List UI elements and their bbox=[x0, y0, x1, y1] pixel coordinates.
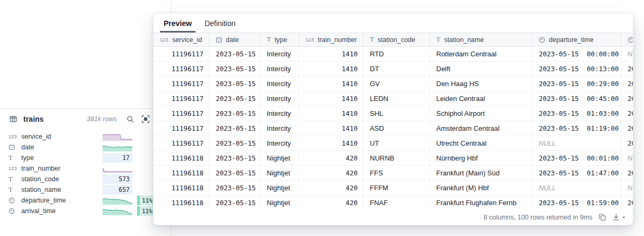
cell-type[interactable]: Nightjet bbox=[260, 151, 299, 165]
cell-date[interactable]: 2023-05-15 bbox=[209, 136, 260, 150]
cell-arrival_time[interactable]: 2023-05-15 bbox=[621, 62, 633, 76]
cell-date[interactable]: 2023-05-15 bbox=[209, 77, 260, 91]
cell-train_number[interactable]: 1410 bbox=[299, 62, 363, 76]
field-row-departure_time[interactable]: departure_time11% bbox=[0, 195, 171, 206]
column-header-type[interactable]: Ttype bbox=[260, 33, 299, 46]
cell-date[interactable]: 2023-05-15 bbox=[209, 91, 260, 106]
cell-type[interactable]: Intercity bbox=[260, 136, 299, 150]
cell-arrival_time[interactable]: 2023-05-15 bbox=[621, 136, 633, 150]
column-header-date[interactable]: 17date bbox=[209, 33, 260, 46]
cell-arrival_time[interactable]: NULL bbox=[621, 47, 633, 61]
cell-station_name[interactable]: Schiphol Airport bbox=[430, 106, 532, 121]
cell-departure_time[interactable]: 2023-05-15 00:01:00 bbox=[532, 151, 621, 165]
cell-service_id[interactable]: 11196117 bbox=[154, 77, 209, 91]
cell-service_id[interactable]: 11196117 bbox=[154, 62, 209, 76]
cell-train_number[interactable]: 420 bbox=[299, 151, 363, 165]
tab-definition[interactable]: Definition bbox=[201, 19, 239, 32]
cell-date[interactable]: 2023-05-15 bbox=[209, 196, 260, 210]
search-icon[interactable] bbox=[125, 114, 135, 124]
cell-station_name[interactable]: Den Haag HS bbox=[430, 77, 532, 91]
cell-type[interactable]: Nightjet bbox=[260, 196, 299, 210]
cell-station_code[interactable]: UT bbox=[363, 136, 430, 150]
cell-service_id[interactable]: 11196117 bbox=[154, 121, 209, 136]
cell-departure_time[interactable]: 2023-05-15 00:13:00 bbox=[532, 62, 621, 76]
field-row-type[interactable]: Ttype17 bbox=[0, 153, 171, 163]
field-row-train_number[interactable]: 123train_number bbox=[0, 163, 171, 174]
field-row-station_name[interactable]: Tstation_name657 bbox=[0, 184, 171, 195]
cell-date[interactable]: 2023-05-15 bbox=[209, 47, 260, 61]
cell-arrival_time[interactable]: 2023-05-15 bbox=[621, 196, 633, 210]
cell-date[interactable]: 2023-05-15 bbox=[209, 166, 260, 180]
cell-train_number[interactable]: 420 bbox=[299, 166, 363, 180]
cell-station_name[interactable]: Leiden Centraal bbox=[430, 91, 532, 106]
cell-type[interactable]: Nightjet bbox=[260, 181, 299, 195]
cell-departure_time[interactable]: 2023-05-15 00:45:00 bbox=[532, 91, 621, 106]
cell-station_code[interactable]: NURNB bbox=[363, 151, 430, 165]
cell-station_code[interactable]: FFFM bbox=[363, 181, 430, 195]
cell-type[interactable]: Intercity bbox=[260, 106, 299, 121]
column-header-service_id[interactable]: 123service_id bbox=[154, 33, 209, 46]
cell-date[interactable]: 2023-05-15 bbox=[209, 151, 260, 165]
cell-arrival_time[interactable]: NULL bbox=[621, 151, 633, 165]
cell-departure_time[interactable]: 2023-05-15 01:03:00 bbox=[532, 106, 621, 121]
cell-train_number[interactable]: 1410 bbox=[299, 106, 363, 121]
cell-service_id[interactable]: 11196117 bbox=[154, 91, 209, 106]
cell-service_id[interactable]: 11196117 bbox=[154, 47, 209, 61]
cell-station_name[interactable]: Frankfurt (Main) Süd bbox=[430, 166, 532, 180]
cell-train_number[interactable]: 1410 bbox=[299, 121, 363, 136]
cell-departure_time[interactable]: 2023-05-15 01:47:00 bbox=[532, 166, 621, 180]
cell-type[interactable]: Intercity bbox=[260, 77, 299, 91]
cell-date[interactable]: 2023-05-15 bbox=[209, 106, 260, 121]
cell-type[interactable]: Intercity bbox=[260, 91, 299, 106]
cell-type[interactable]: Intercity bbox=[260, 47, 299, 61]
cell-arrival_time[interactable]: 2023-05-15 bbox=[621, 77, 633, 91]
field-row-station_code[interactable]: Tstation_code573 bbox=[0, 174, 171, 184]
column-header-arrival_time[interactable]: arrival_time bbox=[621, 33, 633, 46]
cell-type[interactable]: Nightjet bbox=[260, 166, 299, 180]
field-row-arrival_time[interactable]: arrival_time11% bbox=[0, 206, 171, 216]
cell-train_number[interactable]: 1410 bbox=[299, 77, 363, 91]
cell-departure_time[interactable]: NULL bbox=[532, 181, 621, 195]
cell-arrival_time[interactable]: 2023-05-15 bbox=[621, 91, 633, 106]
download-button[interactable] bbox=[612, 213, 626, 221]
cell-station_name[interactable]: Rotterdam Centraal bbox=[430, 47, 532, 61]
scan-icon[interactable] bbox=[140, 114, 151, 124]
cell-arrival_time[interactable]: 2023-05-15 bbox=[621, 121, 633, 136]
cell-station_name[interactable]: Delft bbox=[430, 62, 532, 76]
cell-service_id[interactable]: 11196118 bbox=[154, 166, 209, 180]
column-header-station_name[interactable]: Tstation_name bbox=[430, 33, 532, 46]
cell-service_id[interactable]: 11196117 bbox=[154, 136, 209, 150]
cell-arrival_time[interactable]: 2023-05-15 bbox=[621, 166, 633, 180]
cell-service_id[interactable]: 11196118 bbox=[154, 181, 209, 195]
cell-station_code[interactable]: ASD bbox=[363, 121, 430, 136]
cell-type[interactable]: Intercity bbox=[260, 121, 299, 136]
cell-station_name[interactable]: Frankfurt Flughafen Fernb bbox=[430, 196, 532, 210]
cell-service_id[interactable]: 11196117 bbox=[154, 106, 209, 121]
cell-date[interactable]: 2023-05-15 bbox=[209, 62, 260, 76]
cell-station_code[interactable]: FNAF bbox=[363, 196, 430, 210]
cell-station_name[interactable]: Nürnberg Hbf bbox=[430, 151, 532, 165]
cell-departure_time[interactable]: 2023-05-15 01:59:00 bbox=[532, 196, 621, 210]
cell-train_number[interactable]: 1410 bbox=[299, 47, 363, 61]
cell-station_code[interactable]: GV bbox=[363, 77, 430, 91]
cell-service_id[interactable]: 11196118 bbox=[154, 151, 209, 165]
cell-station_code[interactable]: DT bbox=[363, 62, 430, 76]
cell-departure_time[interactable]: 2023-05-15 00:29:00 bbox=[532, 77, 621, 91]
copy-icon[interactable] bbox=[598, 213, 606, 221]
cell-station_code[interactable]: FFS bbox=[363, 166, 430, 180]
cell-train_number[interactable]: 420 bbox=[299, 181, 363, 195]
cell-station_code[interactable]: RTD bbox=[363, 47, 430, 61]
cell-station_code[interactable]: SHL bbox=[363, 106, 430, 121]
cell-station_name[interactable]: Utrecht Centraal bbox=[430, 136, 532, 150]
cell-service_id[interactable]: 11196118 bbox=[154, 196, 209, 210]
cell-station_code[interactable]: LEDN bbox=[363, 91, 430, 106]
column-header-departure_time[interactable]: departure_time bbox=[532, 33, 621, 46]
cell-date[interactable]: 2023-05-15 bbox=[209, 181, 260, 195]
cell-departure_time[interactable]: NULL bbox=[532, 136, 621, 150]
column-header-station_code[interactable]: Tstation_code bbox=[363, 33, 430, 46]
cell-arrival_time[interactable]: NULL bbox=[621, 181, 633, 195]
cell-type[interactable]: Intercity bbox=[260, 62, 299, 76]
field-row-date[interactable]: 17date bbox=[0, 142, 171, 153]
cell-train_number[interactable]: 420 bbox=[299, 196, 363, 210]
cell-station_name[interactable]: Frankfurt (M) Hbf bbox=[430, 181, 532, 195]
